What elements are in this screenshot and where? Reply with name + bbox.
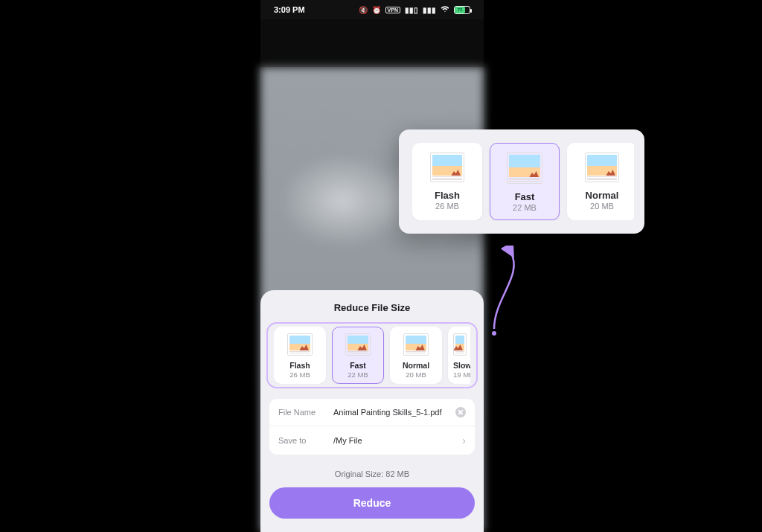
- status-icons: 🔇 ⏰ VPN ▮▮▯ ▮▮▮ 72: [359, 5, 470, 14]
- option-size: 19 MB: [453, 371, 470, 379]
- compression-options-row-zoom: Flash 26 MB Fast 22 MB Normal 20 MB Slow…: [412, 143, 634, 220]
- original-size-text: Original Size: 82 MB: [260, 469, 484, 478]
- option-normal-zoom[interactable]: Normal 20 MB: [567, 143, 634, 220]
- option-name: Slow: [453, 361, 470, 370]
- option-fast-zoom[interactable]: Fast 22 MB: [490, 143, 560, 220]
- file-name-row[interactable]: File Name Animal Painting Skills_5-1.pdf: [269, 399, 475, 426]
- save-to-value: /My File: [333, 436, 453, 445]
- option-name: Flash: [289, 361, 310, 370]
- document-thumb-icon: [453, 333, 467, 356]
- bottom-sheet-reduce-file-size: Reduce File Size Flash 26 MB Fast 22 MB …: [260, 290, 484, 532]
- app-bar-dimmed: [260, 19, 484, 67]
- svg-point-0: [492, 331, 496, 336]
- document-thumb-icon: [430, 153, 464, 182]
- document-thumb-icon: [507, 153, 542, 184]
- zoom-callout-options: Flash 26 MB Fast 22 MB Normal 20 MB Slow…: [399, 129, 644, 234]
- compression-options-row[interactable]: Flash 26 MB Fast 22 MB Normal 20 MB Slow…: [274, 327, 470, 384]
- status-time: 3:09 PM: [274, 5, 305, 14]
- callout-arrow-icon: [488, 246, 533, 342]
- document-thumb-icon: [345, 333, 371, 356]
- option-name: Flash: [435, 190, 460, 201]
- option-name: Normal: [403, 361, 429, 370]
- compression-options-highlight: Flash 26 MB Fast 22 MB Normal 20 MB Slow…: [266, 322, 478, 388]
- sheet-title: Reduce File Size: [260, 302, 484, 313]
- file-name-label: File Name: [278, 408, 324, 417]
- option-slow[interactable]: Slow 19 MB: [448, 327, 470, 384]
- option-name: Normal: [586, 190, 619, 201]
- signal-icon: ▮▮▯: [405, 6, 418, 14]
- option-size: 20 MB: [406, 371, 426, 379]
- option-name: Fast: [350, 361, 366, 370]
- clear-filename-icon[interactable]: [455, 407, 466, 417]
- reduce-button[interactable]: Reduce: [269, 487, 475, 519]
- document-thumb-icon: [403, 333, 429, 356]
- signal-icon-2: ▮▮▮: [423, 6, 436, 14]
- save-to-row[interactable]: Save to /My File ›: [269, 426, 475, 455]
- document-thumb-icon: [287, 333, 313, 356]
- mute-icon: 🔇: [359, 6, 368, 14]
- chevron-right-icon: ›: [462, 435, 466, 446]
- option-fast[interactable]: Fast 22 MB: [332, 327, 384, 384]
- phone-frame: 3:09 PM 🔇 ⏰ VPN ▮▮▯ ▮▮▮ 72 Reduce File S…: [260, 0, 484, 532]
- file-name-value: Animal Painting Skills_5-1.pdf: [333, 408, 446, 417]
- vpn-icon: VPN: [385, 7, 400, 13]
- option-size: 22 MB: [513, 203, 537, 212]
- wifi-icon: [441, 5, 449, 14]
- option-size: 22 MB: [348, 371, 368, 379]
- battery-icon: 72: [454, 6, 470, 14]
- option-flash[interactable]: Flash 26 MB: [274, 327, 326, 384]
- status-bar: 3:09 PM 🔇 ⏰ VPN ▮▮▯ ▮▮▮ 72: [260, 0, 484, 19]
- save-to-label: Save to: [278, 436, 324, 445]
- alarm-icon: ⏰: [372, 6, 381, 14]
- option-size: 20 MB: [590, 202, 614, 211]
- option-normal[interactable]: Normal 20 MB: [390, 327, 442, 384]
- document-thumb-icon: [585, 153, 619, 182]
- file-details: File Name Animal Painting Skills_5-1.pdf…: [269, 399, 475, 455]
- option-size: 26 MB: [289, 371, 310, 379]
- option-flash-zoom[interactable]: Flash 26 MB: [412, 143, 482, 220]
- option-name: Fast: [515, 191, 535, 202]
- option-size: 26 MB: [435, 202, 459, 211]
